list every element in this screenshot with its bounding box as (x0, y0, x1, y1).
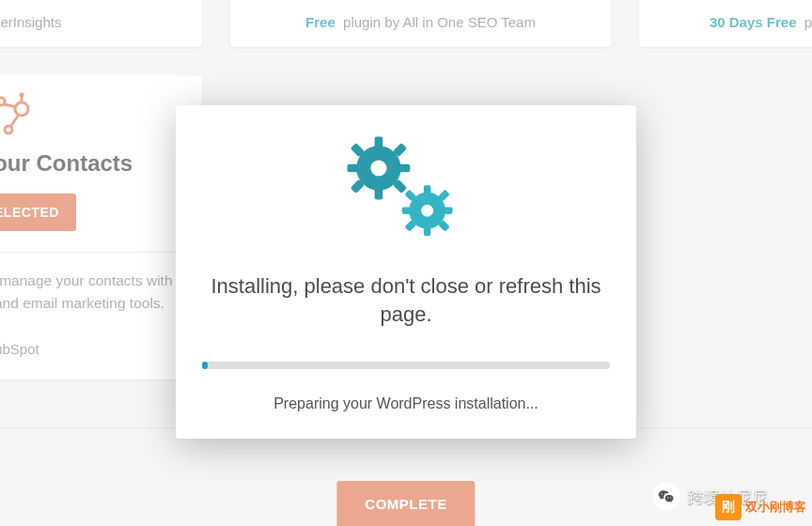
progress-bar (202, 362, 610, 369)
gears-icon (340, 133, 472, 255)
blog-label: 双小刚博客 (745, 499, 806, 516)
modal-status: Preparing your WordPress installation... (202, 395, 610, 412)
blog-logo-icon: 刚 (715, 494, 742, 520)
progress-fill (202, 362, 208, 369)
page-root: MonsterInsights Free plugin by All in On… (0, 0, 812, 526)
blog-watermark: 刚 双小刚博客 (715, 494, 806, 520)
svg-rect-11 (398, 164, 410, 173)
svg-point-16 (370, 160, 386, 176)
wechat-icon (652, 483, 680, 511)
install-modal: Installing, please don't close or refres… (176, 105, 636, 439)
svg-rect-8 (375, 137, 383, 149)
svg-rect-21 (443, 207, 453, 214)
svg-rect-19 (424, 225, 431, 236)
svg-point-26 (421, 205, 433, 217)
svg-rect-20 (402, 207, 413, 214)
svg-rect-10 (348, 164, 360, 173)
modal-title: Installing, please don't close or refres… (202, 272, 610, 328)
svg-rect-9 (375, 187, 383, 199)
svg-rect-18 (424, 185, 431, 195)
